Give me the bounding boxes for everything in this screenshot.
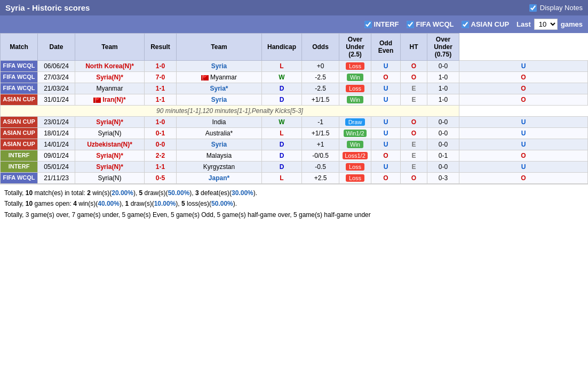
odds-cell: Loss [339,83,371,94]
ou075-cell: U [459,117,588,128]
ht-cell: 1-0 [427,94,459,106]
ou25-cell: U [371,83,401,94]
result-cell[interactable]: 1-1 [145,94,177,106]
ou25-cell: O [371,173,401,184]
match-type-cell: FIFA WCQL [1,61,38,72]
col-date: Date [38,34,75,61]
result-cell[interactable]: 1-1 [145,83,177,94]
ou25-cell: U [371,162,401,173]
summary-line2: Totally, 10 games open: 4 win(s)(40.00%)… [4,198,584,209]
games-select[interactable]: 10 20 30 [534,19,558,30]
team1-cell[interactable]: Syria(N) [75,128,145,139]
page-title: Syria - Historic scores [5,3,90,12]
team2-cell[interactable]: 🚩Myanmar [177,72,262,83]
col-over-under-075: OverUnder(0.75) [427,34,459,61]
odd-even-cell: O [401,128,427,139]
table-row: ASIAN CUP18/01/24Syria(N)0-1Australia*L+… [1,128,588,139]
wl-cell: D [262,139,302,150]
odd-even-cell: O [401,117,427,128]
handicap-cell: +1 [302,139,339,150]
team2-cell[interactable]: Syria [177,139,262,150]
table-row: FIFA WCQL21/11/23Syria(N)0-5Japan*L+2.5L… [1,173,588,184]
date-cell: 23/01/24 [38,117,75,128]
team1-cell[interactable]: Syria(N)* [75,150,145,162]
table-row: FIFA WCQL06/06/24North Korea(N)*1-0Syria… [1,61,588,72]
result-cell[interactable]: 0-1 [145,128,177,139]
ou25-cell: O [371,72,401,83]
odd-even-cell: O [401,72,427,83]
team2-cell[interactable]: Kyrgyzstan [177,162,262,173]
ou075-cell: U [459,162,588,173]
handicap-cell: -2.5 [302,83,339,94]
result-cell[interactable]: 0-5 [145,173,177,184]
date-cell: 21/03/24 [38,83,75,94]
ht-cell: 0-3 [427,173,459,184]
table-row: ASIAN CUP23/01/24Syria(N)*1-0IndiaW-1Dra… [1,117,588,128]
result-cell[interactable]: 1-0 [145,61,177,72]
odd-even-cell: E [401,139,427,150]
asian-cup-filter[interactable]: ASIAN CUP [462,20,510,28]
ou075-cell: U [459,61,588,72]
ou075-cell: U [459,139,588,150]
last-label: Last [517,20,531,28]
fifa-wcql-filter[interactable]: FIFA WCQL [407,20,454,28]
table-row: INTERF05/01/24Syria(N)*1-1KyrgyzstanD-0.… [1,162,588,173]
display-notes-section: Display Notes [529,4,583,12]
odd-even-cell: E [401,94,427,106]
ou25-cell: U [371,61,401,72]
ou25-cell: U [371,139,401,150]
ou075-cell: O [459,72,588,83]
wl-cell: D [262,150,302,162]
match-type-cell: ASIAN CUP [1,117,38,128]
team1-cell[interactable]: Myanmar [75,83,145,94]
ht-cell: 1-0 [427,72,459,83]
team2-cell[interactable]: Malaysia [177,150,262,162]
fifa-wcql-label: FIFA WCQL [416,20,454,28]
note-row: 90 minutes[1-1],120 minutes[1-1],Penalty… [1,106,588,117]
fifa-wcql-checkbox[interactable] [407,21,414,28]
team1-cell[interactable]: Uzbekistan(N)* [75,139,145,150]
wl-cell: D [262,83,302,94]
ou075-cell: O [459,150,588,162]
team1-cell[interactable]: Syria(N) [75,173,145,184]
date-cell: 05/01/24 [38,162,75,173]
result-cell[interactable]: 0-0 [145,139,177,150]
team2-cell[interactable]: Syria [177,61,262,72]
table-row: FIFA WCQL21/03/24Myanmar1-1Syria*D-2.5Lo… [1,83,588,94]
date-cell: 18/01/24 [38,128,75,139]
wl-cell: L [262,128,302,139]
team1-cell[interactable]: Syria(N)* [75,162,145,173]
table-row: ASIAN CUP14/01/24Uzbekistan(N)*0-0SyriaD… [1,139,588,150]
col-team1: Team [75,34,145,61]
ou075-cell: U [459,128,588,139]
result-cell[interactable]: 7-0 [145,72,177,83]
team1-cell[interactable]: Syria(N)* [75,117,145,128]
display-notes-checkbox[interactable] [529,4,537,12]
interf-checkbox[interactable] [364,21,372,28]
team1-cell[interactable]: 🚩Iran(N)* [75,94,145,106]
team1-cell[interactable]: Syria(N)* [75,72,145,83]
ht-cell: 0-0 [427,139,459,150]
odd-even-cell: E [401,150,427,162]
ht-cell: 0-0 [427,61,459,72]
interf-filter[interactable]: INTERF [364,20,399,28]
ht-cell: 0-0 [427,128,459,139]
ou075-cell: O [459,173,588,184]
result-cell[interactable]: 1-0 [145,117,177,128]
team2-cell[interactable]: Australia* [177,128,262,139]
asian-cup-checkbox[interactable] [462,21,469,28]
team2-cell[interactable]: Syria* [177,83,262,94]
summary-line3: Totally, 3 game(s) over, 7 game(s) under… [4,209,584,220]
team2-cell[interactable]: Syria [177,94,262,106]
team1-cell[interactable]: North Korea(N)* [75,61,145,72]
odds-cell: Draw [339,117,371,128]
result-cell[interactable]: 2-2 [145,150,177,162]
team2-cell[interactable]: Japan* [177,173,262,184]
wl-cell: D [262,162,302,173]
handicap-cell: +0 [302,61,339,72]
result-cell[interactable]: 1-1 [145,162,177,173]
match-type-cell: ASIAN CUP [1,139,38,150]
team2-cell[interactable]: India [177,117,262,128]
match-type-cell: INTERF [1,162,38,173]
col-odds: Odds [302,34,339,61]
